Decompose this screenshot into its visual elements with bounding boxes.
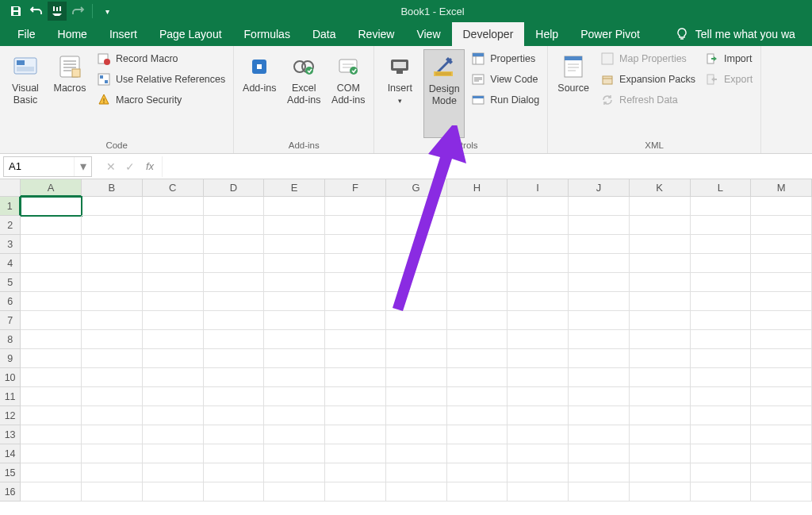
tell-me-search[interactable]: Tell me what you wa [675,22,795,46]
fx-label[interactable]: fx [146,160,162,172]
cell[interactable] [204,387,265,406]
save-icon[interactable] [6,2,25,21]
row-header[interactable]: 12 [0,406,21,425]
row-header[interactable]: 1 [0,197,21,216]
cell[interactable] [325,444,386,463]
properties-button[interactable]: Properties [468,49,542,68]
column-header[interactable]: F [325,179,386,197]
cell[interactable] [508,330,569,349]
cell[interactable] [143,406,204,425]
column-header[interactable]: C [143,179,204,197]
cell[interactable] [264,254,325,273]
cell[interactable] [21,197,82,216]
row-header[interactable]: 9 [0,349,21,368]
cell[interactable] [82,444,143,463]
cell[interactable] [751,463,812,482]
row-header[interactable]: 5 [0,273,21,292]
import-button[interactable]: Import [702,49,756,68]
cell[interactable] [630,330,691,349]
cell[interactable] [21,216,82,235]
cell[interactable] [691,292,752,311]
cell[interactable] [21,425,82,444]
cell[interactable] [751,197,812,216]
cell[interactable] [264,425,325,444]
cell[interactable] [21,349,82,368]
cell[interactable] [691,330,752,349]
cell[interactable] [264,406,325,425]
row-header[interactable]: 13 [0,425,21,444]
cell[interactable] [204,197,265,216]
cell[interactable] [630,406,691,425]
cell[interactable] [82,368,143,387]
row-header[interactable]: 16 [0,482,21,502]
cell[interactable] [204,235,265,254]
customize-qat-icon[interactable]: ▾ [98,2,117,21]
cell[interactable] [21,387,82,406]
cell[interactable] [204,254,265,273]
name-box-dropdown-icon[interactable]: ▾ [74,157,91,176]
cell[interactable] [264,273,325,292]
cell[interactable] [204,444,265,463]
column-header[interactable]: B [82,179,143,197]
cell[interactable] [143,444,204,463]
cell[interactable] [82,387,143,406]
cell[interactable] [569,463,630,482]
cell[interactable] [143,330,204,349]
cell[interactable] [264,330,325,349]
addins-button[interactable]: Add-ins [239,49,280,138]
cell[interactable] [386,254,447,273]
tab-formulas[interactable]: Formulas [233,22,301,46]
cell[interactable] [508,292,569,311]
excel-addins-button[interactable]: Excel Add-ins [283,49,324,138]
cell[interactable] [143,349,204,368]
cell[interactable] [143,387,204,406]
cell[interactable] [264,349,325,368]
cell[interactable] [569,425,630,444]
cell[interactable] [386,311,447,330]
cell[interactable] [325,292,386,311]
cell[interactable] [569,311,630,330]
enter-formula-icon[interactable]: ✓ [125,160,135,173]
cell[interactable] [630,482,691,502]
cell[interactable] [386,292,447,311]
cell[interactable] [630,216,691,235]
cell[interactable] [447,463,508,482]
cell[interactable] [569,330,630,349]
cell[interactable] [508,463,569,482]
cell[interactable] [325,368,386,387]
cancel-formula-icon[interactable]: ✕ [106,160,116,173]
cell[interactable] [508,254,569,273]
cell[interactable] [691,349,752,368]
cell[interactable] [508,216,569,235]
cell[interactable] [447,216,508,235]
cell[interactable] [264,387,325,406]
cell[interactable] [569,292,630,311]
cell[interactable] [82,197,143,216]
cell[interactable] [21,368,82,387]
cell[interactable] [82,292,143,311]
cell[interactable] [569,216,630,235]
cell[interactable] [447,330,508,349]
cell[interactable] [386,406,447,425]
cell[interactable] [691,254,752,273]
cell[interactable] [264,216,325,235]
cell[interactable] [386,444,447,463]
cell[interactable] [447,273,508,292]
column-header[interactable]: H [447,179,508,197]
row-header[interactable]: 2 [0,216,21,235]
cell[interactable] [82,330,143,349]
cell[interactable] [264,235,325,254]
cell[interactable] [630,292,691,311]
cell[interactable] [386,368,447,387]
cell[interactable] [691,444,752,463]
insert-controls-button[interactable]: Insert▾ [379,49,420,138]
cell[interactable] [82,235,143,254]
cell[interactable] [264,197,325,216]
cell[interactable] [143,368,204,387]
cell[interactable] [143,254,204,273]
cell[interactable] [630,425,691,444]
use-relative-references-button[interactable]: Use Relative References [94,70,228,89]
tab-home[interactable]: Home [47,22,98,46]
column-header[interactable]: G [386,179,447,197]
cell[interactable] [569,482,630,502]
